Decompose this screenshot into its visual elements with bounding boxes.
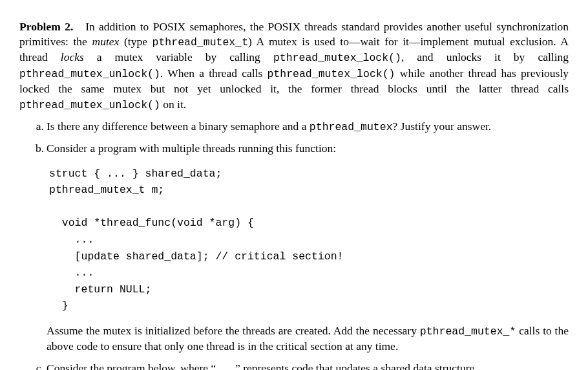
text: on it.: [160, 98, 186, 111]
part-c: c. Consider the program below, where “..…: [35, 361, 569, 370]
part-b-para-before: Assume the mutex is initialized before t…: [47, 324, 420, 337]
code-unlock: pthread_mutex_unlock(): [19, 68, 160, 80]
part-b-marker: b.: [31, 141, 44, 157]
text: . When a thread calls: [160, 67, 268, 80]
text: a mutex variable by calling: [84, 50, 273, 63]
part-b-paragraph: Assume the mutex is initialized before t…: [47, 323, 569, 354]
parts-list: a. Is there any difference between a bin…: [19, 119, 569, 370]
part-a-marker: a.: [31, 119, 44, 135]
text: , and unlocks it by calling: [401, 50, 569, 63]
code-lock-2: pthread_mutex_lock(): [267, 68, 395, 80]
part-c-after: ” represents code that updates a shared …: [235, 362, 478, 370]
code-unlock-2: pthread_mutex_unlock(): [19, 99, 160, 111]
problem-label: Problem 2.: [19, 20, 73, 33]
problem-paragraph: Problem 2. In addition to POSIX semaphor…: [19, 19, 569, 113]
part-b-para-code: pthread_mutex_*: [420, 325, 516, 338]
part-a-text-before: Is there any difference between a binary…: [47, 120, 310, 133]
mutex-term: mutex: [92, 35, 120, 48]
code-type: pthread_mutex_t: [152, 36, 249, 49]
part-b-intro: Consider a program with multiple threads…: [47, 142, 336, 155]
part-a-code: pthread_mutex: [310, 121, 393, 133]
locks-term: locks: [61, 50, 84, 63]
text: (type: [119, 35, 152, 48]
part-a-text-after: ? Justify your answer.: [393, 120, 492, 133]
part-a: a. Is there any difference between a bin…: [35, 119, 569, 135]
part-b-code-block: struct { ... } shared_data; pthread_mute…: [49, 166, 569, 314]
part-c-dots: ...: [216, 363, 235, 370]
part-c-marker: c.: [31, 361, 44, 370]
page: Problem 2. In addition to POSIX semaphor…: [0, 0, 588, 370]
part-b: b. Consider a program with multiple thre…: [35, 141, 569, 354]
code-lock: pthread_mutex_lock(): [273, 52, 401, 64]
part-c-before: Consider the program below, where “: [47, 362, 216, 370]
